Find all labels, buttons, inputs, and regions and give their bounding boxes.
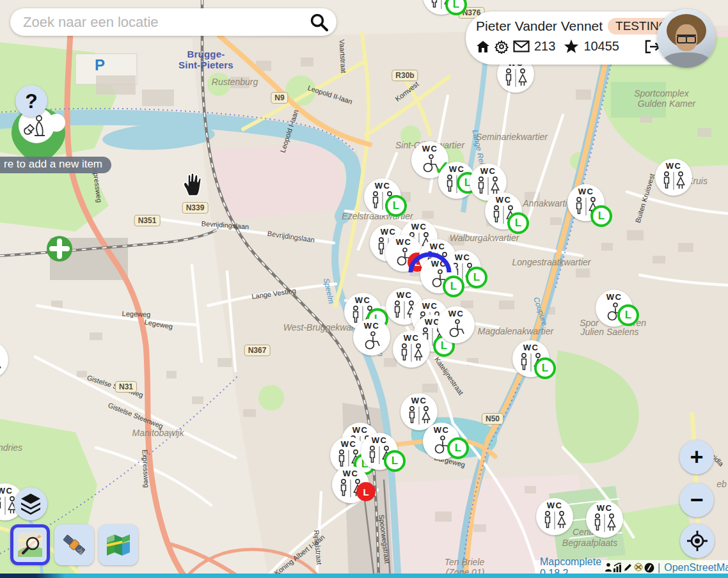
- marker-wc-label: WC: [496, 196, 512, 205]
- geolocate-button[interactable]: [680, 524, 715, 558]
- opening-hours-badge: L: [534, 357, 556, 379]
- toilet-man-woman-icon: [502, 68, 529, 88]
- basemap-satellite-button[interactable]: [54, 524, 94, 565]
- marker-wc-label: WC: [355, 296, 371, 305]
- map-marker-toilet[interactable]: WC: [353, 318, 390, 355]
- marker-wc-label: WC: [547, 501, 563, 510]
- map-marker-toilet[interactable]: WC L: [361, 433, 398, 470]
- marker-wc-label: WC: [434, 426, 450, 435]
- map-marker-toilet[interactable]: WC L: [512, 340, 550, 377]
- selected-marker-arc: [408, 251, 452, 276]
- map-marker-toilet[interactable]: WC L: [423, 0, 460, 15]
- map-marker-toilet[interactable]: WC L: [364, 178, 401, 215]
- marker-wc-label: WC: [422, 144, 438, 153]
- opening-hours-badge: L: [445, 0, 467, 15]
- license-icon[interactable]: [644, 563, 654, 573]
- marker-wc-label: WC: [343, 469, 359, 478]
- home-icon[interactable]: [476, 40, 490, 53]
- map-marker-toilet[interactable]: WC: [393, 331, 430, 368]
- search-input[interactable]: [22, 13, 308, 31]
- map-marker-toilet[interactable]: WC L: [423, 423, 460, 460]
- marker-wc-label: WC: [341, 440, 357, 449]
- folded-map-icon: [106, 533, 131, 557]
- opening-hours-badge: L: [617, 304, 639, 326]
- marker-wc-label: WC: [449, 165, 465, 174]
- map-marker-toilet[interactable]: WC: [536, 498, 573, 535]
- marker-wc-label: WC: [523, 343, 539, 352]
- marker-wc-label: WC: [396, 238, 412, 247]
- toilet-man-woman-icon: [0, 354, 3, 373]
- search-icon[interactable]: [308, 12, 330, 33]
- map-marker-toilet[interactable]: WC L: [596, 290, 633, 327]
- map-marker-toilet[interactable]: WC: [0, 341, 8, 379]
- opening-hours-badge: L: [443, 276, 464, 297]
- zoom-out-button[interactable]: −: [679, 483, 714, 517]
- opening-hours-badge: L: [507, 212, 529, 234]
- toilet-man-woman-icon: [591, 513, 618, 533]
- help-label: ?: [25, 90, 38, 113]
- basemap-osm-carto-button[interactable]: [10, 524, 50, 565]
- statistics-icon[interactable]: [613, 563, 622, 572]
- search-bar: [10, 8, 336, 36]
- mail-icon[interactable]: [513, 40, 530, 52]
- layers-button[interactable]: [14, 487, 47, 520]
- map-marker-toilet[interactable]: WC: [438, 306, 475, 343]
- marker-wc-label: WC: [381, 228, 397, 237]
- hand-cursor-icon: [181, 171, 203, 197]
- marker-wc-label: WC: [364, 322, 380, 331]
- zoom-in-label: +: [690, 444, 703, 471]
- marker-wc-label: WC: [411, 396, 427, 405]
- user-name: Pieter Vander Vennet: [476, 19, 603, 34]
- edit-pencil-icon[interactable]: [623, 563, 633, 572]
- map-markers: WC L WC WC: [0, 0, 728, 578]
- marker-wc-label: WC: [597, 504, 613, 513]
- bottom-accent-strip: [0, 574, 728, 578]
- help-button[interactable]: ?: [15, 85, 47, 117]
- opening-hours-badge: L: [590, 205, 612, 227]
- basemap-style-switcher: [10, 524, 138, 565]
- basemap-map-button[interactable]: [99, 524, 138, 565]
- star-icon[interactable]: [564, 39, 579, 54]
- user-avatar[interactable]: [657, 9, 716, 68]
- marker-wc-label: WC: [480, 167, 496, 176]
- marker-wc-label: WC: [375, 182, 391, 191]
- toilet-man-woman-icon: [406, 406, 432, 425]
- map-marker-toilet[interactable]: WC: [655, 159, 692, 196]
- message-count: 213: [534, 39, 555, 54]
- zoom-out-label: −: [690, 487, 703, 513]
- opening-hours-badge: L: [384, 450, 406, 472]
- marker-wc-label: WC: [455, 253, 471, 262]
- selected-marker-arc: [408, 251, 452, 276]
- osm-map-magnifier-icon: [17, 532, 43, 558]
- marker-wc-label: WC: [430, 242, 446, 251]
- marker-wc-label: WC: [666, 162, 682, 171]
- layers-icon: [19, 493, 42, 515]
- map-marker-toilet[interactable]: WC: [586, 501, 623, 538]
- satellite-icon: [61, 531, 88, 558]
- crosshair-icon: [686, 530, 708, 552]
- marker-wc-label: WC: [411, 223, 427, 231]
- toilet-wheelchair-icon: [445, 319, 467, 338]
- marker-wc-label: WC: [397, 291, 413, 300]
- add-plus-icon[interactable]: [46, 235, 73, 262]
- wc-pin-icon[interactable]: [633, 563, 644, 573]
- zoom-in-button[interactable]: +: [679, 440, 714, 474]
- opening-hours-badge: L: [356, 482, 376, 501]
- opening-hours-badge: L: [447, 437, 469, 459]
- add-item-tooltip: re to add a new item: [0, 157, 111, 173]
- map-marker-toilet[interactable]: WC L: [485, 192, 522, 230]
- marker-wc-label: WC: [606, 293, 622, 302]
- toilet-man-woman-icon: [660, 171, 687, 191]
- marker-wc-label: WC: [372, 436, 388, 445]
- marker-wc-label: WC: [404, 334, 420, 343]
- marker-wc-label: WC: [578, 187, 594, 196]
- opening-hours-badge: L: [466, 267, 487, 288]
- map-marker-toilet[interactable]: WC L: [332, 466, 369, 503]
- contributor-icon[interactable]: [605, 563, 612, 572]
- toilet-man-woman-icon: [398, 343, 425, 363]
- map-marker-toilet[interactable]: WC L: [567, 184, 605, 221]
- gear-icon[interactable]: [495, 40, 509, 54]
- toilet-man-woman-icon: [541, 511, 568, 530]
- marker-wc-label: WC: [448, 309, 464, 318]
- attribution-osm-link[interactable]: OpenStreetMap: [664, 562, 728, 574]
